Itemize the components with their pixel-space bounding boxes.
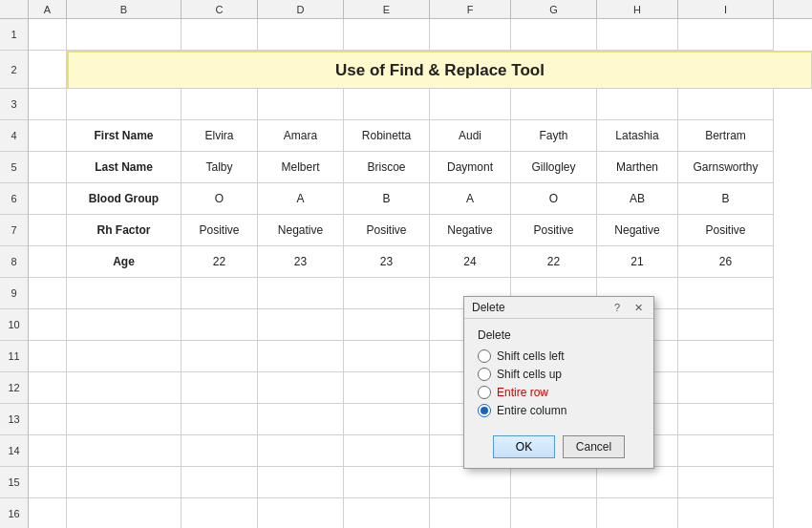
cell-7g[interactable]: Positive	[511, 215, 597, 246]
cell-3d[interactable]	[258, 89, 344, 120]
row-header-4: 4	[0, 120, 29, 152]
grid-row-13: 13	[0, 404, 812, 435]
cell-7e[interactable]: Positive	[344, 215, 430, 246]
cell-1c[interactable]	[182, 19, 258, 51]
cell-1i[interactable]	[678, 19, 774, 51]
cell-1f[interactable]	[430, 19, 511, 51]
cell-8c[interactable]: 22	[182, 246, 258, 278]
cell-6d[interactable]: A	[258, 183, 344, 215]
col-header-d[interactable]: D	[258, 0, 344, 18]
cell-6e[interactable]: B	[344, 183, 430, 215]
col-header-h[interactable]: H	[597, 0, 678, 18]
cell-6c[interactable]: O	[182, 183, 258, 215]
cell-3i[interactable]	[678, 89, 774, 120]
radio-circle-shift-left[interactable]	[478, 349, 491, 363]
cell-8i[interactable]: 26	[678, 246, 774, 278]
col-header-f[interactable]: F	[430, 0, 511, 18]
cell-8d[interactable]: 23	[258, 246, 344, 278]
radio-option-entire-row[interactable]: Entire row	[478, 386, 640, 399]
cell-3g[interactable]	[511, 89, 597, 120]
cell-8b[interactable]: Age	[67, 246, 182, 278]
cell-7b[interactable]: Rh Factor	[67, 215, 182, 246]
cell-7h[interactable]: Negative	[597, 215, 678, 246]
row-header-5: 5	[0, 152, 29, 183]
cell-8a[interactable]	[29, 246, 67, 278]
cell-6g[interactable]: O	[511, 183, 597, 215]
cell-6h[interactable]: AB	[597, 183, 678, 215]
cell-5g[interactable]: Gillogley	[511, 152, 597, 183]
dialog-help-icon[interactable]: ?	[609, 302, 625, 313]
cell-5d[interactable]: Melbert	[258, 152, 344, 183]
cell-7a[interactable]	[29, 215, 67, 246]
radio-label-entire-row: Entire row	[497, 386, 548, 399]
cell-5f[interactable]: Daymont	[430, 152, 511, 183]
cell-6b[interactable]: Blood Group	[67, 183, 182, 215]
cell-8g[interactable]: 22	[511, 246, 597, 278]
cell-1a[interactable]	[29, 19, 67, 51]
cell-3f[interactable]	[430, 89, 511, 120]
col-header-a[interactable]: A	[29, 0, 67, 18]
cell-3h[interactable]	[597, 89, 678, 120]
cell-6f[interactable]: A	[430, 183, 511, 215]
radio-option-shift-up[interactable]: Shift cells up	[478, 368, 640, 381]
ok-button[interactable]: OK	[493, 435, 555, 458]
cell-1e[interactable]	[344, 19, 430, 51]
cell-1h[interactable]	[597, 19, 678, 51]
cancel-button[interactable]: Cancel	[563, 435, 625, 458]
cell-5i[interactable]: Garnsworthy	[678, 152, 774, 183]
cell-4d[interactable]: Amara	[258, 120, 344, 152]
cell-2a[interactable]	[29, 51, 67, 89]
dialog-close-icon[interactable]: ✕	[630, 302, 646, 314]
cell-4i[interactable]: Bertram	[678, 120, 774, 152]
cell-6i[interactable]: B	[678, 183, 774, 215]
dialog-title-icons: ? ✕	[609, 302, 646, 314]
cell-4f[interactable]: Audi	[430, 120, 511, 152]
grid-row-1: 1	[0, 19, 812, 51]
cell-1b[interactable]	[67, 19, 182, 51]
col-header-b[interactable]: B	[67, 0, 182, 18]
cell-4e[interactable]: Robinetta	[344, 120, 430, 152]
radio-option-shift-left[interactable]: Shift cells left	[478, 349, 640, 363]
col-header-c[interactable]: C	[182, 0, 258, 18]
grid-row-8: 8 Age 22 23 23 24 22 21 26	[0, 246, 812, 278]
delete-dialog: Delete ? ✕ Delete Shift cells left Shift…	[463, 296, 654, 469]
cell-4a[interactable]	[29, 120, 67, 152]
cell-7d[interactable]: Negative	[258, 215, 344, 246]
radio-circle-entire-col[interactable]	[478, 404, 491, 417]
cell-3c[interactable]	[182, 89, 258, 120]
col-header-e[interactable]: E	[344, 0, 430, 18]
cell-3b[interactable]	[67, 89, 182, 120]
cell-7c[interactable]: Positive	[182, 215, 258, 246]
radio-option-entire-col[interactable]: Entire column	[478, 404, 640, 417]
cell-8e[interactable]: 23	[344, 246, 430, 278]
cell-5e[interactable]: Briscoe	[344, 152, 430, 183]
cell-3e[interactable]	[344, 89, 430, 120]
cell-4g[interactable]: Fayth	[511, 120, 597, 152]
cell-4h[interactable]: Latashia	[597, 120, 678, 152]
cell-4c[interactable]: Elvira	[182, 120, 258, 152]
radio-circle-entire-row[interactable]	[478, 386, 491, 399]
cell-8f[interactable]: 24	[430, 246, 511, 278]
radio-circle-shift-up[interactable]	[478, 368, 491, 381]
cell-5b[interactable]: Last Name	[67, 152, 182, 183]
col-header-g[interactable]: G	[511, 0, 597, 18]
radio-label-entire-col: Entire column	[497, 404, 566, 417]
grid-row-11: 11	[0, 341, 812, 372]
cell-1g[interactable]	[511, 19, 597, 51]
cell-5h[interactable]: Marthen	[597, 152, 678, 183]
cell-3a[interactable]	[29, 89, 67, 120]
row-header-10: 10	[0, 309, 29, 341]
row-header-7: 7	[0, 215, 29, 246]
grid-row-14: 14	[0, 435, 812, 467]
col-header-i[interactable]: I	[678, 0, 774, 18]
cell-5c[interactable]: Talby	[182, 152, 258, 183]
cell-1d[interactable]	[258, 19, 344, 51]
title-cell: Use of Find & Replace Tool	[67, 51, 812, 89]
cell-5a[interactable]	[29, 152, 67, 183]
cell-8h[interactable]: 21	[597, 246, 678, 278]
cell-9a[interactable]	[29, 278, 67, 309]
cell-4b[interactable]: First Name	[67, 120, 182, 152]
cell-7i[interactable]: Positive	[678, 215, 774, 246]
cell-6a[interactable]	[29, 183, 67, 215]
cell-7f[interactable]: Negative	[430, 215, 511, 246]
